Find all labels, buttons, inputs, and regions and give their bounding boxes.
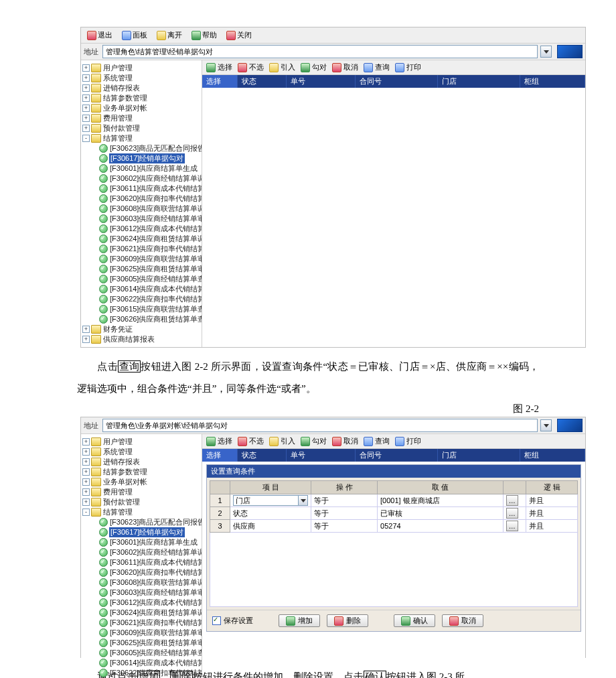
tree-node[interactable]: +用户管理 [81, 437, 202, 447]
col-select[interactable]: 选择 [202, 75, 238, 88]
tree-node[interactable]: +预付款管理 [81, 497, 202, 507]
tool-print[interactable]: 打印 [395, 436, 421, 446]
tree-node[interactable]: [F30602]供应商经销结算单调整 [81, 174, 202, 184]
tree-node[interactable]: +费用管理 [81, 113, 202, 123]
ellipsis-button[interactable]: … [506, 495, 518, 506]
condition-row[interactable]: 2状态等于已审核…并且 [210, 507, 578, 520]
toggle-icon[interactable]: + [82, 458, 90, 466]
item-combo[interactable]: 门店 [233, 495, 308, 506]
address-dropdown-2[interactable] [540, 419, 552, 431]
col-cabinet[interactable]: 柜组 [520, 449, 585, 462]
ellipsis-button[interactable]: … [506, 508, 518, 519]
tree-node[interactable]: [F30609]供应商联营结算单审批 [81, 628, 202, 638]
tree-node[interactable]: +进销存报表 [81, 83, 202, 93]
tree-node[interactable]: [F30621]供应商扣率代销结算单审批 [81, 244, 202, 254]
tree-node[interactable]: [F30626]供应商租赁结算单查询 [81, 314, 202, 324]
tree-node[interactable]: [F30602]供应商经销结算单调整 [81, 547, 202, 557]
tool-select[interactable]: 选择 [206, 436, 232, 446]
tree-node[interactable]: +预付款管理 [81, 123, 202, 133]
toggle-icon[interactable]: + [82, 336, 90, 343]
tree-node[interactable]: [F30605]供应商经销结算单查询 [81, 648, 202, 658]
tree-node[interactable]: [F30609]供应商联营结算单审批 [81, 254, 202, 264]
col-state[interactable]: 状态 [238, 449, 287, 462]
tool-unselect[interactable]: 不选 [238, 436, 264, 446]
tool-unselect[interactable]: 不选 [238, 62, 264, 72]
tree-node[interactable]: +系统管理 [81, 73, 202, 83]
tree-node[interactable]: [F30624]供应商租赁结算单调整 [81, 234, 202, 244]
tree-node[interactable]: [F30620]供应商扣率代销结算单调整 [81, 194, 202, 204]
toggle-icon[interactable]: + [82, 94, 90, 102]
nav-tree[interactable]: +用户管理+系统管理+进销存报表+结算参数管理+业务单据对帐+费用管理+预付款管… [81, 60, 202, 347]
toggle-icon[interactable]: + [82, 478, 90, 486]
ellipsis-button[interactable]: … [506, 521, 518, 531]
menu-exit[interactable]: 退出 [84, 29, 116, 42]
col-cabinet[interactable]: 柜组 [520, 75, 585, 88]
tool-import[interactable]: 引入 [269, 62, 295, 72]
toggle-icon[interactable]: + [82, 74, 90, 82]
tree-node[interactable]: +业务单据对帐 [81, 103, 202, 113]
tree-node[interactable]: [F30601]供应商结算单生成 [81, 163, 202, 174]
tree-node[interactable]: [F30623]商品无匹配合同报告 [81, 517, 202, 527]
toggle-icon[interactable]: + [82, 438, 90, 446]
toggle-icon[interactable]: + [82, 105, 90, 112]
col-docno[interactable]: 单号 [287, 75, 356, 88]
toggle-icon[interactable]: + [82, 488, 90, 496]
toggle-icon[interactable]: + [82, 125, 90, 132]
tree-node[interactable]: [F30601]供应商结算单生成 [81, 537, 202, 547]
tool-check[interactable]: 勾对 [301, 436, 327, 446]
conditions-grid[interactable]: 项 目 操 作 取 值 逻 辑 1门店等于[0001] 银座商城店…并且2状态等… [210, 480, 578, 533]
tree-node[interactable]: +系统管理 [81, 447, 202, 457]
col-store[interactable]: 门店 [438, 75, 520, 88]
tree-node[interactable]: [F30621]供应商扣率代销结算单审批 [81, 618, 202, 628]
address-field-2[interactable]: 管理角色\业务单据对帐\经销单据勾对 [102, 419, 538, 432]
tree-node[interactable]: [F30605]供应商经销结算单查询 [81, 274, 202, 284]
chevron-down-icon[interactable] [298, 496, 307, 505]
toggle-icon[interactable]: + [82, 326, 90, 333]
menu-help[interactable]: 帮助 [188, 29, 220, 42]
tool-print[interactable]: 打印 [395, 62, 421, 72]
save-settings-checkbox[interactable]: 保存设置 [212, 616, 253, 626]
col-contractno[interactable]: 合同号 [356, 75, 438, 88]
tree-node[interactable]: [F30611]供应商成本代销结算单调整 [81, 557, 202, 567]
tool-cancel[interactable]: 取消 [332, 436, 358, 446]
tree-node[interactable]: -结算管理 [81, 133, 202, 143]
tree-node[interactable]: +财务凭证 [81, 324, 202, 334]
toggle-icon[interactable]: + [82, 115, 90, 122]
col-store[interactable]: 门店 [438, 449, 520, 462]
col-select[interactable]: 选择 [202, 449, 238, 462]
tree-node[interactable]: [F30612]供应商成本代销结算单审批 [81, 598, 202, 608]
condition-row[interactable]: 1门店等于[0001] 银座商城店…并且 [210, 494, 578, 507]
nav-tree-2[interactable]: +用户管理+系统管理+进销存报表+结算参数管理+业务单据对帐+费用管理+预付款管… [81, 434, 202, 678]
tree-node[interactable]: -结算管理 [81, 507, 202, 517]
col-contractno[interactable]: 合同号 [356, 449, 438, 462]
tree-node[interactable]: [F30615]供应商联营结算单查询 [81, 304, 202, 314]
tree-node[interactable]: [F30625]供应商租赁结算单审批 [81, 638, 202, 648]
toggle-icon[interactable]: - [82, 135, 90, 142]
condition-row[interactable]: 3供应商等于05274…并且 [210, 520, 578, 533]
add-button[interactable]: 增加 [279, 614, 320, 627]
tree-node[interactable]: [F30608]供应商联营结算单调整 [81, 204, 202, 214]
menu-close[interactable]: 关闭 [223, 29, 255, 42]
tool-import[interactable]: 引入 [269, 436, 295, 446]
tree-node[interactable]: [F30617]经销单据勾对 [81, 527, 202, 537]
col-docno[interactable]: 单号 [287, 449, 356, 462]
tree-node[interactable]: +供应商结算报表 [81, 334, 202, 344]
ok-button[interactable]: 确认 [394, 614, 435, 627]
menu-leave[interactable]: 离开 [153, 29, 185, 42]
tool-query[interactable]: 查询 [364, 436, 390, 446]
toggle-icon[interactable]: + [82, 448, 90, 456]
toggle-icon[interactable]: + [82, 468, 90, 476]
tool-cancel[interactable]: 取消 [332, 62, 358, 72]
toggle-icon[interactable]: + [82, 498, 90, 506]
toggle-icon[interactable]: - [82, 508, 90, 516]
tree-node[interactable]: +用户管理 [81, 63, 202, 73]
tree-node[interactable]: [F30623]商品无匹配合同报告 [81, 143, 202, 153]
tool-query[interactable]: 查询 [364, 62, 390, 72]
tree-node[interactable]: +业务单据对帐 [81, 477, 202, 487]
address-dropdown[interactable] [540, 46, 552, 58]
tree-node[interactable]: [F30617]经销单据勾对 [81, 153, 202, 163]
tree-node[interactable]: +结算参数管理 [81, 93, 202, 103]
toggle-icon[interactable]: + [82, 64, 90, 72]
cancel-button[interactable]: 取消 [442, 614, 483, 627]
tool-check[interactable]: 勾对 [301, 62, 327, 72]
